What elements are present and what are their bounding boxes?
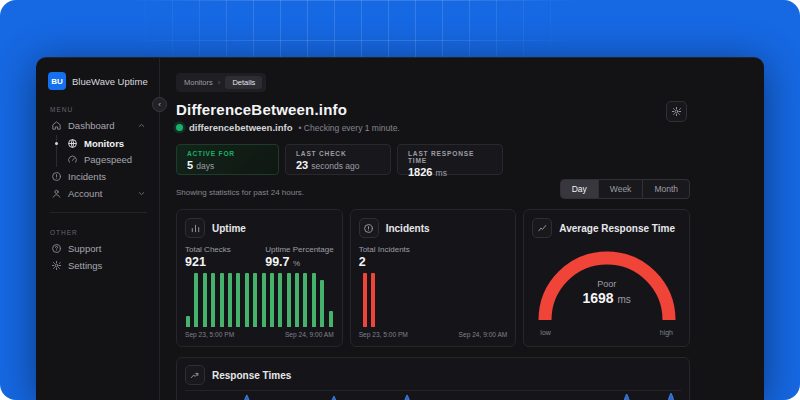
incidents-panel: Incidents Total Incidents 2 Sep 23, 5:00…: [350, 209, 517, 347]
speedometer-icon: [67, 154, 78, 165]
monitor-status-row: differencebetween.info • Checking every …: [176, 122, 690, 133]
gauge-max-label: high: [660, 329, 673, 336]
total-incidents-label: Total Incidents: [359, 245, 410, 254]
response-times-path: [236, 393, 682, 400]
uptime-bar: [270, 273, 274, 327]
gauge-min-label: low: [540, 329, 551, 336]
total-checks-label: Total Checks: [185, 245, 231, 254]
total-checks-value: 921: [185, 255, 231, 269]
sidebar-item-label: Settings: [68, 260, 102, 271]
sidebar: BU BlueWave Uptime MENU Dashboard: [36, 58, 160, 400]
globe-icon: [67, 138, 78, 149]
page-background: BU BlueWave Uptime MENU Dashboard: [0, 0, 800, 400]
total-incidents-value: 2: [359, 255, 410, 269]
stat-card-last-response-time: LAST RESPONSE TIME 1826 ms: [397, 144, 503, 175]
response-times-panel: Response Times: [176, 357, 690, 400]
panel-title: Uptime: [212, 223, 246, 234]
sidebar-item-pagespeed[interactable]: Pagespeed: [64, 151, 149, 167]
uptime-bar: [287, 273, 291, 327]
stat-card-last-check: LAST CHECK 23 seconds ago: [285, 144, 391, 175]
sidebar-collapse-button[interactable]: ‹: [152, 97, 167, 112]
sidebar-item-label: Dashboard: [68, 120, 114, 131]
uptime-bar: [312, 273, 316, 327]
axis-start-label: Sep 23, 5:00 PM: [185, 331, 234, 338]
uptime-bar: [253, 273, 257, 327]
breadcrumb-separator: ›: [218, 78, 221, 87]
activity-trend-icon: [185, 365, 205, 385]
sidebar-item-settings[interactable]: Settings: [48, 257, 149, 274]
trend-line-icon: [532, 218, 552, 238]
active-item-dot: [55, 142, 58, 145]
sidebar-dashboard-subnav: Monitors Pagespeed: [56, 135, 149, 167]
gauge-value: 1698 ms: [532, 290, 681, 306]
uptime-bar: [211, 273, 215, 327]
uptime-bar: [186, 316, 190, 327]
user-icon: [51, 188, 62, 199]
uptime-percentage-value: 99.7 %: [265, 255, 333, 269]
incident-bar: [363, 273, 367, 327]
axis-end-label: Sep 24, 9:00 AM: [459, 331, 508, 338]
axis-start-label: Sep 23, 5:00 PM: [359, 331, 408, 338]
stat-card-label: LAST CHECK: [296, 150, 380, 157]
panel-title: Incidents: [386, 223, 430, 234]
app-window: BU BlueWave Uptime MENU Dashboard: [36, 57, 764, 400]
sidebar-item-label: Pagespeed: [84, 154, 132, 165]
stat-card-label: LAST RESPONSE TIME: [408, 150, 492, 164]
bar-chart-icon: [185, 218, 205, 238]
app-logo[interactable]: BU: [48, 72, 66, 90]
main-content: Monitors › Details DifferenceBetween.inf…: [160, 58, 764, 400]
chevron-up-icon[interactable]: [137, 121, 146, 130]
avg-response-time-panel: Average Response Time Poor 1698 ms low: [523, 209, 690, 347]
sidebar-item-label: Support: [68, 243, 101, 254]
stat-card-value: 23 seconds ago: [296, 159, 380, 171]
app-logo-row: BU BlueWave Uptime: [48, 72, 149, 90]
checking-interval-text: • Checking every 1 minute.: [298, 123, 399, 133]
uptime-bar: [303, 273, 307, 327]
gauge-label: Poor: [532, 279, 681, 289]
alert-circle-icon: [51, 171, 62, 182]
sidebar-divider: [50, 212, 147, 213]
uptime-bar: [245, 273, 249, 327]
uptime-bar: [278, 273, 282, 327]
stat-card-active-for: ACTIVE FOR 5 days: [176, 144, 279, 175]
breadcrumb-monitors[interactable]: Monitors: [184, 78, 213, 87]
breadcrumb: Monitors › Details: [176, 73, 266, 92]
alert-circle-icon: [359, 218, 379, 238]
uptime-bar: [320, 280, 324, 327]
uptime-bar: [194, 273, 198, 327]
sidebar-item-account[interactable]: Account: [48, 185, 149, 202]
panel-title: Response Times: [212, 370, 291, 381]
tab-month[interactable]: Month: [642, 180, 689, 198]
configure-gear-icon: [671, 106, 682, 117]
sidebar-item-label: Account: [68, 188, 102, 199]
chevron-down-icon[interactable]: [137, 189, 146, 198]
sidebar-item-label: Incidents: [68, 171, 106, 182]
sidebar-item-dashboard[interactable]: Dashboard: [48, 117, 149, 134]
configure-monitor-button[interactable]: [666, 101, 687, 122]
help-icon: [51, 243, 62, 254]
sidebar-section-menu-label: MENU: [50, 106, 149, 113]
app-name: BlueWave Uptime: [72, 76, 148, 87]
uptime-panel: Uptime Total Checks 921 Uptime Percentag…: [176, 209, 343, 347]
page-title: DifferenceBetween.info: [176, 101, 690, 118]
uptime-bar: [220, 273, 224, 327]
stat-cards-row: ACTIVE FOR 5 days LAST CHECK 23 seconds …: [176, 144, 690, 175]
status-up-dot: [176, 124, 183, 131]
uptime-bar-chart: [185, 273, 334, 327]
uptime-bar: [203, 273, 207, 327]
gear-icon: [51, 260, 62, 271]
home-icon: [51, 120, 62, 131]
sidebar-item-monitors[interactable]: Monitors: [64, 135, 149, 151]
uptime-bar: [329, 311, 333, 327]
response-gauge: Poor 1698 ms low high: [532, 240, 681, 338]
tab-day[interactable]: Day: [561, 180, 598, 198]
breadcrumb-details[interactable]: Details: [225, 76, 262, 89]
stat-card-label: ACTIVE FOR: [187, 150, 268, 157]
monitor-host: differencebetween.info: [189, 122, 292, 133]
statistics-note: Showing statistics for past 24 hours.: [176, 188, 304, 199]
stat-card-value: 5 days: [187, 159, 268, 171]
sidebar-item-support[interactable]: Support: [48, 240, 149, 257]
tab-week[interactable]: Week: [598, 180, 643, 198]
sidebar-item-incidents[interactable]: Incidents: [48, 168, 149, 185]
panel-title: Average Response Time: [559, 223, 675, 234]
